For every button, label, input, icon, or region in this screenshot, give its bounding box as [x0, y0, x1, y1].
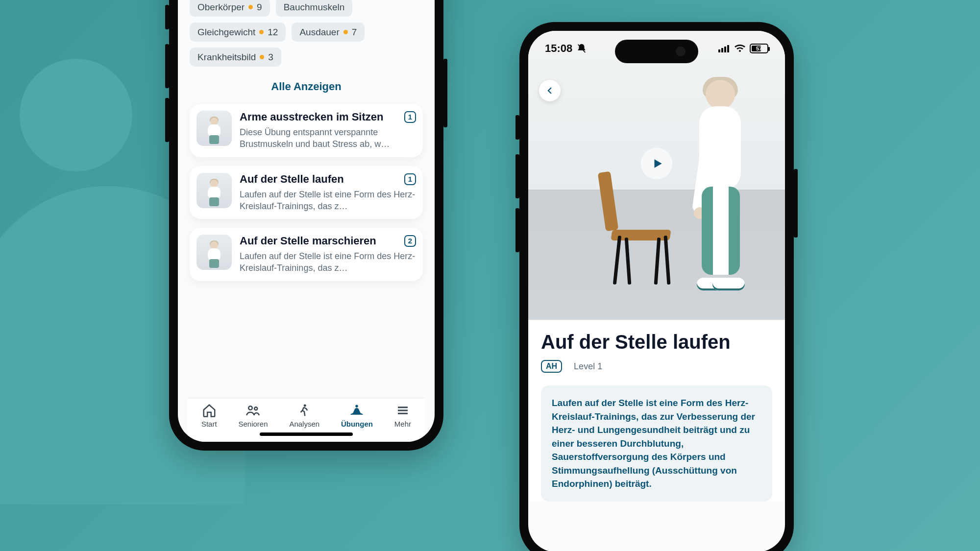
- svg-point-1: [255, 407, 258, 410]
- dot-icon: [248, 5, 253, 9]
- filter-chip[interactable]: Oberkörper9: [190, 0, 270, 17]
- svg-rect-7: [727, 45, 729, 52]
- tab-label: Übungen: [341, 420, 373, 428]
- dot-icon: [259, 30, 264, 34]
- people-icon: [245, 403, 260, 418]
- chip-count: 9: [257, 2, 262, 12]
- chip-label: Oberkörper: [197, 2, 245, 12]
- card-title: Auf der Stelle marschieren: [240, 235, 376, 247]
- card-title: Arme ausstrecken im Sitzen: [240, 111, 383, 123]
- tab-label: Mehr: [394, 420, 411, 428]
- hero-chair: [592, 172, 685, 285]
- chip-label: Bauchmuskeln: [284, 2, 345, 12]
- phone-exercises-list: Übungen Rumpf8Yoga2Unterkörper10Oberkörp…: [169, 0, 443, 451]
- chip-label: Ausdauer: [299, 27, 339, 37]
- svg-point-3: [356, 405, 359, 408]
- exercise-card[interactable]: Auf der Stelle marschieren2Laufen auf de…: [190, 228, 423, 281]
- chip-count: 7: [352, 27, 357, 37]
- card-description: Laufen auf der Stelle ist eine Form des …: [240, 250, 416, 274]
- svg-rect-6: [724, 47, 726, 52]
- bell-off-icon: [576, 43, 587, 54]
- home-indicator: [260, 432, 353, 436]
- play-button[interactable]: [641, 148, 672, 179]
- category-badge: AH: [541, 360, 562, 373]
- chip-count: 12: [268, 27, 278, 37]
- tab-analysen[interactable]: Analysen: [289, 403, 319, 428]
- tab-start[interactable]: Start: [201, 403, 217, 428]
- exercise-thumbnail: [196, 111, 232, 146]
- home-icon: [202, 403, 217, 418]
- tab-uebungen[interactable]: Übungen: [341, 403, 373, 428]
- card-description: Laufen auf der Stelle ist eine Form des …: [240, 189, 416, 213]
- status-bar: 15:08 57: [528, 31, 785, 66]
- tab-label: Senioren: [238, 420, 268, 428]
- exercise-description: Laufen auf der Stelle ist eine Form des …: [541, 385, 772, 502]
- tab-label: Analysen: [289, 420, 319, 428]
- hero-person: [682, 80, 756, 290]
- play-icon: [651, 157, 664, 170]
- phone-exercise-detail: 15:08 57: [519, 22, 794, 551]
- level-badge: 2: [404, 235, 416, 247]
- tab-senioren[interactable]: Senioren: [238, 403, 268, 428]
- exercise-video[interactable]: [528, 31, 785, 320]
- exercise-card[interactable]: Auf der Stelle laufen1Laufen auf der Ste…: [190, 166, 423, 219]
- chevron-left-icon: [545, 86, 554, 95]
- battery-icon: 57: [750, 44, 768, 53]
- dot-icon: [260, 55, 264, 59]
- svg-point-0: [249, 406, 253, 410]
- back-button[interactable]: [539, 80, 561, 101]
- exercise-list: Arme ausstrecken im Sitzen1Diese Übung e…: [188, 104, 425, 281]
- level-badge: 1: [404, 111, 416, 123]
- exercise-title: Auf der Stelle laufen: [541, 331, 772, 353]
- chip-label: Gleichgewicht: [197, 27, 255, 37]
- filter-chip[interactable]: Gleichgewicht12: [190, 23, 286, 42]
- tab-label: Start: [201, 420, 217, 428]
- filter-chips: Rumpf8Yoga2Unterkörper10Oberkörper9Bauch…: [188, 0, 425, 67]
- status-time: 15:08: [545, 42, 572, 55]
- svg-rect-4: [718, 49, 720, 52]
- chip-count: 3: [268, 52, 273, 62]
- tab-mehr[interactable]: Mehr: [394, 403, 411, 428]
- show-all-link[interactable]: Alle Anzeigen: [188, 67, 425, 104]
- meditate-icon: [349, 403, 364, 418]
- card-title: Auf der Stelle laufen: [240, 173, 344, 186]
- walk-icon: [297, 403, 312, 418]
- level-label: Level 1: [574, 361, 602, 372]
- filter-chip[interactable]: Bauchmuskeln: [276, 0, 353, 17]
- card-description: Diese Übung entspannt verspannte Brustmu…: [240, 126, 416, 150]
- menu-icon: [395, 403, 410, 418]
- exercise-meta: AH Level 1: [541, 360, 772, 373]
- dot-icon: [343, 30, 348, 34]
- exercise-thumbnail: [196, 235, 232, 270]
- cellular-icon: [718, 44, 730, 53]
- exercise-thumbnail: [196, 173, 232, 208]
- svg-rect-5: [721, 48, 723, 52]
- wifi-icon: [734, 44, 746, 53]
- filter-chip[interactable]: Krankheitsbild3: [190, 48, 281, 67]
- exercise-card[interactable]: Arme ausstrecken im Sitzen1Diese Übung e…: [190, 104, 423, 157]
- svg-point-2: [304, 405, 306, 407]
- level-badge: 1: [404, 173, 416, 185]
- filter-chip[interactable]: Ausdauer7: [292, 23, 365, 42]
- chip-label: Krankheitsbild: [197, 52, 256, 62]
